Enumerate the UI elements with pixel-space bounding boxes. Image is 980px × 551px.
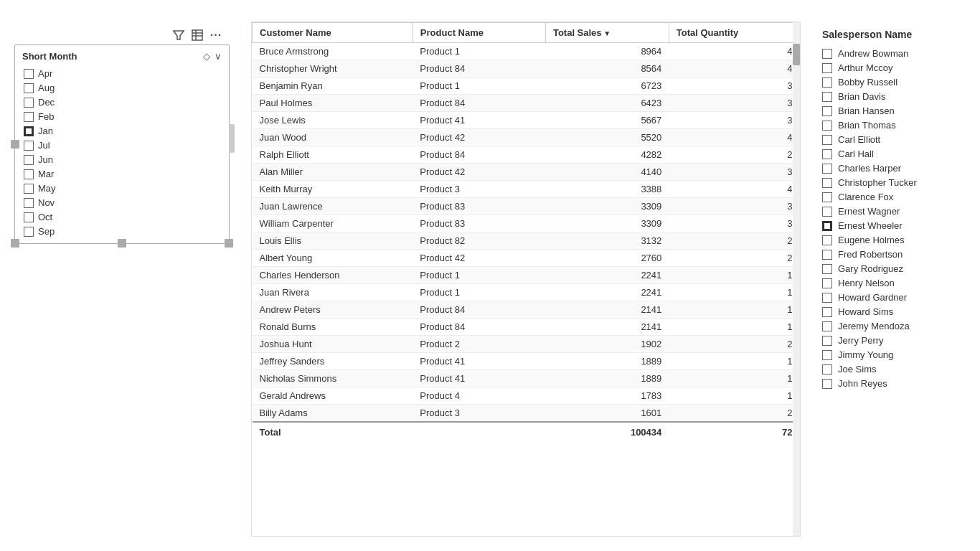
filter-item[interactable]: Jan (22, 125, 222, 137)
filter-checkbox[interactable] (24, 169, 34, 179)
resize-handle-bl[interactable] (11, 239, 19, 248)
table-row[interactable]: Christopher WrightProduct 8485644 (253, 60, 800, 77)
salesperson-checkbox[interactable] (822, 192, 832, 202)
resize-handle-br[interactable] (225, 239, 233, 248)
salesperson-item[interactable]: Howard Gardner (822, 291, 966, 303)
table-column-header[interactable]: Product Name (413, 23, 545, 43)
salesperson-checkbox[interactable] (822, 77, 832, 88)
more-icon[interactable]: ··· (209, 29, 222, 42)
salesperson-checkbox[interactable] (822, 49, 832, 59)
table-column-header[interactable]: Total Quantity (669, 23, 799, 43)
table-row[interactable]: Benjamin RyanProduct 167233 (253, 77, 800, 95)
salesperson-checkbox[interactable] (822, 178, 832, 188)
filter-item[interactable]: Nov (22, 197, 222, 209)
salesperson-item[interactable]: Jimmy Young (822, 349, 966, 361)
salesperson-item[interactable]: Brian Thomas (822, 119, 966, 131)
filter-item[interactable]: Jul (22, 139, 222, 151)
salesperson-item[interactable]: Eugene Holmes (822, 234, 966, 246)
filter-checkbox[interactable] (24, 184, 34, 194)
salesperson-item[interactable]: Jeremy Mendoza (822, 320, 966, 332)
table-row[interactable]: Charles HendersonProduct 122411 (253, 267, 800, 284)
filter-item[interactable]: Oct (22, 211, 222, 223)
filter-checkbox[interactable] (24, 227, 34, 237)
filter-checkbox[interactable] (24, 212, 34, 222)
filter-item[interactable]: Jun (22, 154, 222, 166)
table-row[interactable]: Alan MillerProduct 4241403 (253, 164, 800, 181)
salesperson-item[interactable]: Andrew Bowman (822, 47, 966, 60)
table-column-header[interactable]: Customer Name (253, 23, 413, 43)
salesperson-item[interactable]: Ernest Wheeler (822, 220, 966, 232)
salesperson-item[interactable]: Gary Rodriguez (822, 263, 966, 275)
salesperson-checkbox[interactable] (822, 106, 832, 116)
salesperson-item[interactable]: Howard Sims (822, 306, 966, 318)
table-row[interactable]: Juan RiveraProduct 122411 (253, 284, 800, 301)
table-scrollbar[interactable] (793, 22, 800, 536)
salesperson-checkbox[interactable] (822, 235, 832, 245)
table-row[interactable]: Keith MurrayProduct 333884 (253, 181, 800, 198)
salesperson-checkbox[interactable] (822, 250, 832, 260)
salesperson-checkbox[interactable] (822, 207, 832, 217)
table-row[interactable]: Ronald BurnsProduct 8421411 (253, 319, 800, 336)
sort-icon[interactable]: ◇ (203, 51, 210, 62)
salesperson-item[interactable]: Carl Elliott (822, 133, 966, 146)
salesperson-checkbox[interactable] (822, 379, 832, 389)
salesperson-checkbox[interactable] (822, 164, 832, 174)
salesperson-checkbox[interactable] (822, 307, 832, 317)
table-scroll-wrapper[interactable]: Customer NameProduct NameTotal SalesTota… (252, 22, 800, 536)
filter-icon[interactable] (172, 29, 185, 42)
resize-handle-ml[interactable] (11, 140, 19, 149)
salesperson-item[interactable]: Charles Harper (822, 162, 966, 174)
salesperson-item[interactable]: Clarence Fox (822, 191, 966, 203)
salesperson-item[interactable]: Christopher Tucker (822, 176, 966, 189)
filter-item[interactable]: Mar (22, 168, 222, 180)
table-row[interactable]: Jeffrey SandersProduct 4118891 (253, 353, 800, 370)
table-icon[interactable] (191, 29, 204, 42)
salesperson-checkbox[interactable] (822, 121, 832, 131)
salesperson-checkbox[interactable] (822, 135, 832, 145)
filter-item[interactable]: Sep (22, 225, 222, 237)
salesperson-checkbox[interactable] (822, 293, 832, 303)
filter-checkbox[interactable] (24, 155, 34, 165)
table-row[interactable]: Nicholas SimmonsProduct 4118891 (253, 370, 800, 387)
table-row[interactable]: Juan LawrenceProduct 8333093 (253, 198, 800, 215)
salesperson-item[interactable]: Fred Robertson (822, 248, 966, 260)
filter-item[interactable]: May (22, 182, 222, 194)
salesperson-item[interactable]: Henry Nelson (822, 277, 966, 289)
salesperson-item[interactable]: Ernest Wagner (822, 205, 966, 217)
resize-handle-bm[interactable] (118, 239, 126, 248)
salesperson-item[interactable]: Brian Davis (822, 90, 966, 103)
table-row[interactable]: Paul HolmesProduct 8464233 (253, 95, 800, 112)
table-row[interactable]: Bruce ArmstrongProduct 189644 (253, 43, 800, 60)
table-column-header[interactable]: Total Sales (545, 23, 669, 43)
table-row[interactable]: William CarpenterProduct 8333093 (253, 215, 800, 232)
table-row[interactable]: Andrew PetersProduct 8421411 (253, 301, 800, 319)
salesperson-item[interactable]: Jerry Perry (822, 334, 966, 347)
filter-checkbox[interactable] (24, 112, 34, 122)
salesperson-item[interactable]: John Reyes (822, 377, 966, 390)
salesperson-checkbox[interactable] (822, 149, 832, 159)
filter-checkbox[interactable] (24, 141, 34, 151)
table-row[interactable]: Juan WoodProduct 4255204 (253, 129, 800, 146)
salesperson-item[interactable]: Bobby Russell (822, 76, 966, 88)
filter-checkbox[interactable] (24, 83, 34, 93)
salesperson-checkbox[interactable] (822, 278, 832, 288)
salesperson-checkbox[interactable] (822, 321, 832, 331)
filter-item[interactable]: Dec (22, 96, 222, 108)
salesperson-checkbox[interactable] (822, 350, 832, 360)
filter-checkbox[interactable] (24, 98, 34, 108)
salesperson-checkbox[interactable] (822, 336, 832, 346)
salesperson-checkbox[interactable] (822, 63, 832, 73)
filter-checkbox[interactable] (24, 69, 34, 79)
salesperson-checkbox[interactable] (822, 364, 832, 375)
table-row[interactable]: Billy AdamsProduct 316012 (253, 405, 800, 423)
salesperson-item[interactable]: Joe Sims (822, 363, 966, 375)
salesperson-checkbox[interactable] (822, 264, 832, 274)
table-row[interactable]: Gerald AndrewsProduct 417831 (253, 387, 800, 405)
salesperson-item[interactable]: Arthur Mccoy (822, 62, 966, 74)
filter-item[interactable]: Feb (22, 110, 222, 123)
filter-item[interactable]: Aug (22, 82, 222, 94)
salesperson-item[interactable]: Brian Hansen (822, 105, 966, 117)
filter-checkbox[interactable] (24, 198, 34, 208)
salesperson-item[interactable]: Carl Hall (822, 148, 966, 160)
table-row[interactable]: Ralph ElliottProduct 8442822 (253, 146, 800, 164)
